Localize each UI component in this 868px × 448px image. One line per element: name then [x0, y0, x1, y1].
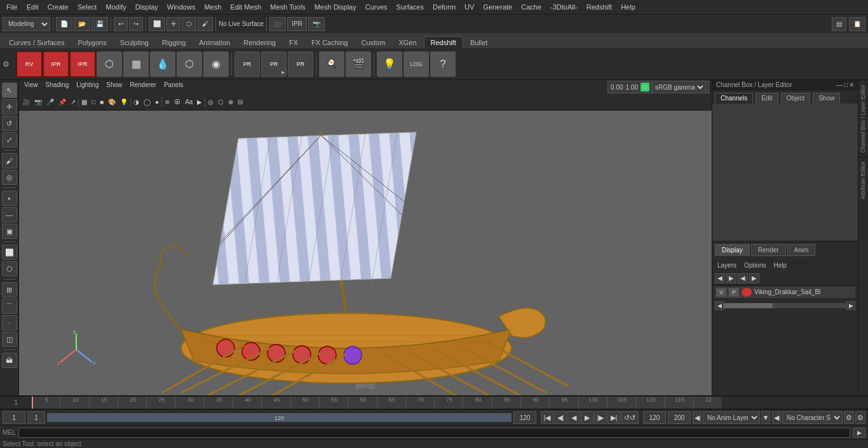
vp-xray-btn[interactable]: ⬡: [216, 95, 226, 109]
soft-select-btn[interactable]: ◎: [2, 170, 17, 185]
current-frame-input[interactable]: [3, 411, 25, 424]
workspace-selector[interactable]: Modeling Rigging Animation: [3, 17, 50, 31]
mel-run-btn[interactable]: ▶: [853, 428, 865, 438]
shelf-tab-custom[interactable]: Custom: [355, 37, 392, 48]
shelf-icon-render3[interactable]: 🎬: [346, 51, 371, 77]
shelf-tab-curves-surfaces[interactable]: Curves / Surfaces: [3, 37, 71, 48]
cb-close-btn[interactable]: ✕: [849, 81, 854, 88]
color-space-selector[interactable]: sRGB gamma: [652, 81, 706, 93]
redo-btn[interactable]: ↪: [129, 17, 143, 31]
vp-mic-btn[interactable]: 🎤: [44, 95, 56, 109]
menu-display[interactable]: Display: [132, 2, 162, 12]
vp-light-btn[interactable]: 💡: [118, 95, 130, 109]
play-back-btn[interactable]: ◀: [567, 411, 580, 424]
shelf-icon-rs5[interactable]: ◉: [203, 51, 229, 77]
step-back-btn[interactable]: ◀|: [554, 411, 567, 424]
attr-editor-toggle-btn[interactable]: 📋: [849, 17, 865, 31]
vp-wireframe-btn[interactable]: □: [90, 95, 97, 109]
layer-hscroll-right[interactable]: ▶: [846, 301, 855, 310]
shelf-icon-rs2[interactable]: ▦: [123, 51, 149, 77]
dr-tab-anim[interactable]: Anim: [787, 244, 816, 256]
shelf-tab-rigging[interactable]: Rigging: [156, 37, 192, 48]
layer-tab-help[interactable]: Help: [771, 261, 789, 269]
skip-to-start-btn[interactable]: |◀: [541, 411, 553, 424]
vp-dof-btn[interactable]: ⦿: [172, 95, 182, 109]
char-set-settings[interactable]: ⚙: [844, 411, 854, 424]
shelf-icon-rs1[interactable]: ⬡: [97, 51, 122, 77]
menu-uv[interactable]: UV: [461, 2, 478, 12]
menu-modify[interactable]: Modify: [102, 2, 130, 12]
anim-layer-settings[interactable]: ▼: [761, 411, 770, 424]
render-btn[interactable]: 🎥: [269, 17, 286, 31]
cb-tab-object[interactable]: Object: [781, 93, 811, 104]
range-end-input[interactable]: [513, 411, 536, 424]
menu-select[interactable]: Select: [74, 2, 101, 12]
menu-redshift[interactable]: Redshift: [583, 2, 616, 12]
vp-filmcam-btn[interactable]: 📷: [32, 95, 44, 109]
char-set-btn[interactable]: ◀: [772, 411, 781, 424]
menu-create[interactable]: Create: [44, 2, 72, 12]
vp-solid-btn[interactable]: ■: [98, 95, 105, 109]
menu-edit[interactable]: Edit: [23, 2, 43, 12]
vp-ambient-btn[interactable]: ◯: [142, 95, 153, 109]
anim-layer-btn[interactable]: ◀: [693, 411, 702, 424]
channel-box-side-tab[interactable]: Channel Box / Layer Editor: [858, 80, 868, 157]
lasso2-btn[interactable]: ⬡: [2, 261, 17, 276]
scale-tool-btn[interactable]: ⤢: [2, 132, 17, 147]
vp-arrow-btn[interactable]: ↗: [69, 95, 78, 109]
vp-menu-panels[interactable]: Panels: [161, 81, 186, 93]
shelf-icon-rs-light[interactable]: 💡: [377, 51, 402, 77]
vp-menu-shading[interactable]: Shading: [43, 81, 72, 93]
layer-hscroll-left[interactable]: ◀: [715, 301, 724, 310]
vp-bookmarks-btn[interactable]: 📌: [57, 95, 68, 109]
menu-file[interactable]: File: [3, 2, 22, 12]
vp-camera-btn[interactable]: 🎥: [20, 95, 32, 109]
menu-mesh-display[interactable]: Mesh Display: [311, 2, 360, 12]
ruler-track[interactable]: 5 10 15 20 25 30 35 40 45 50 55 60 65 70…: [32, 397, 722, 409]
shelf-icon-pr1[interactable]: PR: [234, 51, 260, 77]
create-poly-btn[interactable]: 🏔: [2, 353, 17, 368]
vp-menu-view[interactable]: View: [22, 81, 41, 93]
viewport-3d[interactable]: x y z persp: [19, 111, 712, 395]
cb-tab-show[interactable]: Show: [813, 93, 840, 104]
range-start-input[interactable]: [27, 411, 45, 424]
select-mode-btn[interactable]: ⬜: [149, 17, 165, 31]
shelf-tab-polygons[interactable]: Polygons: [71, 37, 112, 48]
vp-aa-btn[interactable]: Aa: [183, 95, 194, 109]
dr-tab-render[interactable]: Render: [751, 244, 786, 256]
menu-help[interactable]: Help: [617, 2, 639, 12]
shelf-tab-fx-caching[interactable]: FX Caching: [305, 37, 354, 48]
snap-surface-btn[interactable]: ◫: [2, 332, 17, 347]
loop-btn[interactable]: ↺↺: [621, 411, 639, 424]
shelf-settings-gear[interactable]: ⚙: [3, 60, 10, 69]
mel-input[interactable]: [18, 428, 850, 438]
shelf-tab-bullet[interactable]: Bullet: [464, 37, 494, 48]
snapshot-btn[interactable]: 📷: [308, 17, 325, 31]
snap-curve-btn[interactable]: ⌒: [2, 299, 17, 314]
edge-btn[interactable]: —: [2, 207, 17, 222]
paint-tool-btn[interactable]: 🖌: [2, 153, 17, 168]
menu-edit-mesh[interactable]: Edit Mesh: [226, 2, 265, 12]
layer-scroll-right2[interactable]: ▶: [749, 273, 759, 283]
vp-ao-btn[interactable]: ●: [153, 95, 161, 109]
layer-scroll-left2[interactable]: ◀: [738, 273, 748, 283]
vp-menu-renderer[interactable]: Renderer: [127, 81, 159, 93]
vp-texture-btn[interactable]: 🎨: [106, 95, 118, 109]
menu-deform[interactable]: Deform: [429, 2, 459, 12]
character-set-select[interactable]: No Character Set: [782, 411, 843, 424]
vp-grid-btn[interactable]: ▦: [79, 95, 89, 109]
menu-surfaces[interactable]: Surfaces: [393, 2, 428, 12]
vp-menu-show[interactable]: Show: [104, 81, 125, 93]
vp-menu-lighting[interactable]: Lighting: [74, 81, 101, 93]
shelf-icon-ipr3[interactable]: IPR: [70, 51, 95, 77]
move-tool-btn[interactable]: ✛: [2, 99, 17, 114]
shelf-icon-pr3[interactable]: PR: [288, 51, 313, 77]
vp-motion-blur-btn[interactable]: ≋: [163, 95, 172, 109]
layer-tab-options[interactable]: Options: [742, 261, 768, 269]
layer-hscroll-track[interactable]: [724, 303, 846, 308]
layer-scroll-right[interactable]: ▶: [726, 273, 736, 283]
shelf-tab-redshift[interactable]: Redshift: [424, 36, 463, 48]
vertex-btn[interactable]: •: [2, 191, 17, 206]
menu-mesh-tools[interactable]: Mesh Tools: [266, 2, 309, 12]
layer-visibility-btn[interactable]: V: [716, 288, 726, 297]
